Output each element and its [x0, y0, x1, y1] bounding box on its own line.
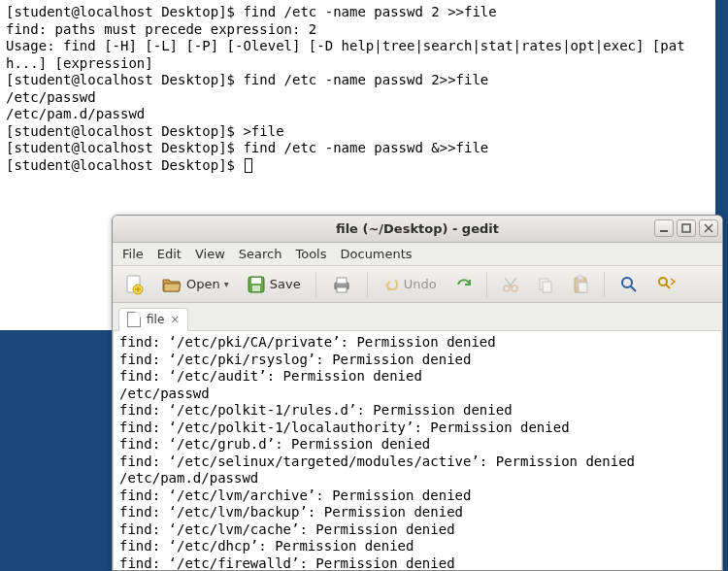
gedit-menubar: File Edit View Search Tools Documents — [113, 243, 722, 266]
gedit-title: file (~/Desktop) - gedit — [336, 221, 499, 236]
terminal-command: find /etc -name passwd 2 >>file — [243, 4, 496, 19]
terminal-output: /etc/pam.d/passwd — [6, 106, 145, 121]
search-icon — [619, 275, 639, 294]
scissors-icon — [502, 276, 519, 293]
terminal-prompt: [student@localhost Desktop]$ — [6, 123, 243, 139]
maximize-button[interactable] — [677, 219, 696, 237]
cut-button — [496, 273, 525, 296]
gedit-editor[interactable]: find: ‘/etc/pki/CA/private’: Permission … — [113, 331, 722, 570]
separator — [315, 272, 316, 297]
paste-button — [566, 272, 595, 297]
save-icon — [247, 275, 266, 294]
svg-rect-15 — [543, 282, 551, 292]
svg-rect-16 — [575, 278, 586, 292]
svg-rect-17 — [578, 276, 583, 280]
menu-file[interactable]: File — [122, 247, 144, 261]
svg-rect-8 — [252, 286, 260, 291]
new-doc-icon — [124, 274, 144, 295]
terminal-output: Usage: find [-H] [-L] [-P] [-Olevel] [-D… — [6, 38, 685, 71]
close-button[interactable] — [699, 219, 718, 237]
document-tab[interactable]: file × — [118, 308, 188, 331]
gedit-window: file (~/Desktop) - gedit File Edit View … — [112, 215, 723, 571]
terminal-prompt: [student@localhost Desktop]$ — [6, 4, 243, 19]
terminal-prompt: [student@localhost Desktop]$ — [6, 140, 243, 155]
menu-documents[interactable]: Documents — [341, 247, 413, 261]
terminal-prompt: [student@localhost Desktop]$ — [6, 72, 243, 87]
separator — [486, 272, 487, 297]
svg-point-12 — [504, 286, 510, 291]
terminal-output: find: paths must precede expression: 2 — [6, 21, 316, 37]
menu-view[interactable]: View — [195, 247, 225, 261]
svg-line-22 — [666, 285, 670, 288]
svg-rect-18 — [579, 283, 587, 292]
terminal-command: find /etc -name passwd &>>file — [243, 140, 488, 155]
open-button[interactable]: Open ▾ — [155, 272, 235, 297]
gedit-titlebar: file (~/Desktop) - gedit — [113, 216, 722, 243]
new-button[interactable] — [118, 271, 149, 298]
terminal-cursor — [245, 158, 252, 173]
undo-label: Undo — [404, 277, 437, 291]
undo-icon — [382, 277, 400, 292]
gedit-tabbar: file × — [113, 303, 722, 331]
separator — [604, 272, 605, 297]
terminal-output: /etc/passwd — [6, 89, 96, 105]
tab-label: file — [147, 313, 164, 326]
menu-tools[interactable]: Tools — [295, 247, 326, 261]
redo-button[interactable] — [448, 274, 478, 295]
menu-edit[interactable]: Edit — [157, 247, 182, 261]
undo-button: Undo — [377, 274, 443, 295]
separator — [367, 272, 368, 297]
find-button[interactable] — [613, 272, 645, 297]
svg-rect-14 — [540, 279, 548, 289]
svg-point-19 — [622, 278, 632, 287]
svg-rect-11 — [337, 287, 347, 292]
printer-icon — [331, 275, 352, 294]
print-button[interactable] — [325, 272, 358, 297]
svg-rect-1 — [682, 224, 690, 232]
save-label: Save — [270, 277, 301, 291]
copy-button — [531, 273, 560, 296]
minimize-button[interactable] — [654, 219, 674, 237]
terminal-prompt: [student@localhost Desktop]$ — [6, 157, 243, 173]
open-label: Open — [186, 277, 220, 291]
tab-close-icon[interactable]: × — [170, 313, 180, 326]
chevron-down-icon[interactable]: ▾ — [224, 279, 229, 289]
redo-icon — [454, 277, 472, 292]
find-replace-icon — [656, 275, 678, 294]
svg-rect-10 — [337, 278, 347, 284]
svg-point-21 — [659, 278, 667, 286]
gedit-toolbar: Open ▾ Save Undo — [113, 266, 722, 303]
copy-icon — [537, 276, 554, 293]
replace-button[interactable] — [650, 272, 683, 297]
menu-search[interactable]: Search — [239, 247, 282, 261]
terminal-command: find /etc -name passwd 2>>file — [243, 72, 488, 87]
save-button[interactable]: Save — [241, 272, 307, 297]
terminal-command: >file — [243, 123, 283, 139]
svg-rect-7 — [251, 278, 261, 284]
svg-line-20 — [631, 286, 636, 291]
document-icon — [127, 312, 141, 327]
paste-icon — [572, 275, 589, 294]
svg-point-13 — [512, 286, 517, 291]
folder-open-icon — [161, 275, 182, 294]
